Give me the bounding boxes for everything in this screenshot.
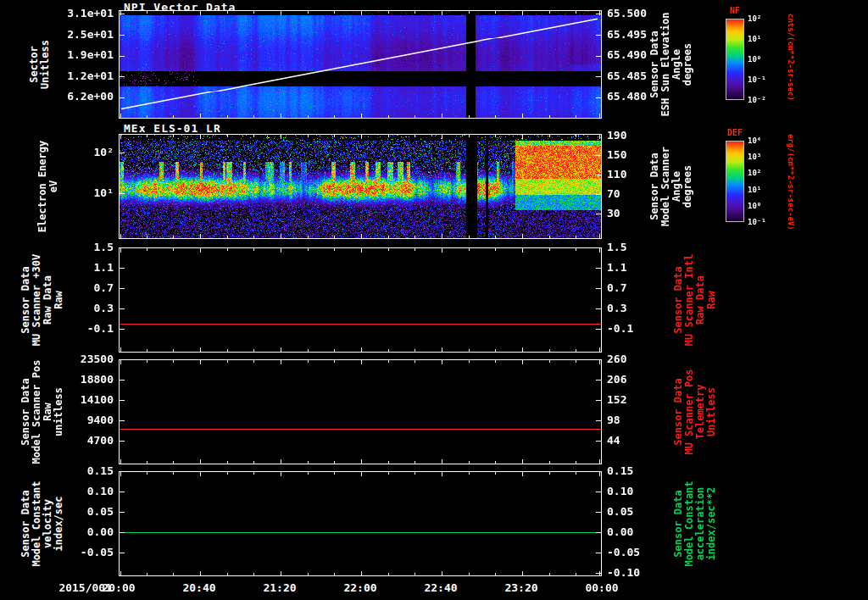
- tick-label: 0.10: [607, 481, 666, 502]
- axis-tick-mark: [120, 441, 125, 442]
- axis-tick-mark: [469, 360, 470, 363]
- tick-label: 2.5e+01: [54, 25, 114, 46]
- x-tick-label: 20:40: [182, 581, 215, 594]
- axis-tick-mark: [599, 459, 600, 464]
- axis-tick-mark: [361, 347, 362, 352]
- axis-tick-mark: [200, 135, 201, 139]
- model-constant-velocity-ticks-left: 0.150.100.050.00-0.05: [54, 461, 114, 563]
- axis-tick-mark: [388, 248, 389, 251]
- axis-tick-mark: [469, 248, 470, 251]
- axis-tick-mark: [253, 236, 254, 238]
- axis-tick-mark: [495, 461, 496, 464]
- model-constant-acceleration-label-right: Sensor Data Model Constant acceleration …: [673, 471, 717, 576]
- axis-tick-mark: [415, 115, 415, 118]
- axis-tick-mark: [549, 135, 550, 137]
- axis-tick-mark: [253, 472, 254, 475]
- tick-label: -0.05: [54, 542, 114, 563]
- axis-tick-mark: [442, 135, 442, 139]
- tick-label: 1.5: [54, 237, 114, 258]
- x-tick-label: 20:00: [102, 581, 135, 594]
- model-constant-velocity-panel: [119, 471, 602, 576]
- axis-tick-mark: [495, 349, 496, 352]
- axis-tick-mark: [120, 492, 125, 492]
- axis-tick-mark: [522, 135, 523, 139]
- panel-title-els: MEx ELS-01 LR: [124, 122, 221, 135]
- colorbar-tick-label: 10⁻¹: [748, 75, 766, 84]
- mu-scanner-30v-ticks-right: 1.51.10.70.3-0.1: [607, 237, 666, 339]
- axis-tick-mark: [576, 248, 576, 251]
- axis-tick-mark: [147, 236, 147, 238]
- axis-tick-mark: [200, 347, 201, 352]
- colorbar-tick-label: 10²: [748, 14, 761, 23]
- axis-tick-mark: [147, 135, 147, 137]
- axis-tick-mark: [281, 135, 281, 139]
- axis-tick-mark: [469, 11, 470, 14]
- axis-tick-mark: [334, 248, 335, 251]
- tick-label: 98: [607, 410, 666, 431]
- tick-label: -0.10: [607, 563, 666, 583]
- axis-tick-mark: [120, 472, 121, 476]
- axis-tick-mark: [361, 135, 362, 139]
- axis-tick-mark: [549, 115, 550, 118]
- axis-tick-mark: [253, 461, 254, 464]
- tick-label: 6.2e+00: [54, 86, 114, 108]
- axis-tick-mark: [227, 11, 228, 14]
- tick-label: 0.00: [607, 522, 666, 542]
- axis-tick-mark: [200, 248, 201, 253]
- axis-tick-mark: [120, 329, 125, 330]
- axis-tick-mark: [596, 35, 601, 36]
- axis-tick-mark: [495, 115, 496, 118]
- axis-tick-mark: [596, 553, 601, 553]
- axis-tick-mark: [596, 441, 601, 442]
- axis-tick-mark: [120, 193, 125, 194]
- axis-tick-mark: [549, 11, 550, 14]
- axis-tick-mark: [576, 461, 576, 464]
- els-y-ticks-left: 10²10¹: [54, 132, 114, 214]
- axis-tick-mark: [596, 420, 601, 421]
- axis-tick-mark: [415, 360, 415, 363]
- tick-label: 0.00: [54, 522, 114, 542]
- axis-tick-mark: [334, 360, 335, 363]
- axis-tick-mark: [308, 135, 309, 137]
- axis-tick-mark: [120, 56, 125, 57]
- axis-tick-mark: [522, 234, 523, 238]
- els-heatmap: [120, 135, 601, 238]
- colorbar-tick-label: 10⁴: [748, 136, 761, 145]
- axis-tick-mark: [308, 472, 309, 475]
- axis-tick-mark: [576, 135, 576, 137]
- axis-tick-mark: [388, 11, 389, 14]
- colorbar-tick-label: 10⁰: [748, 202, 761, 210]
- axis-tick-mark: [495, 135, 496, 137]
- axis-tick-mark: [120, 288, 125, 289]
- tick-label: 0.05: [54, 502, 114, 522]
- axis-tick-mark: [253, 573, 254, 575]
- axis-tick-mark: [469, 472, 470, 475]
- axis-tick-mark: [147, 248, 147, 251]
- axis-tick-mark: [120, 553, 125, 553]
- axis-tick-mark: [576, 236, 576, 238]
- axis-tick-mark: [281, 360, 281, 364]
- axis-tick-mark: [147, 11, 147, 14]
- colorbar-nf-title: NF: [721, 6, 749, 15]
- axis-tick-mark: [596, 512, 601, 513]
- axis-tick-mark: [334, 573, 335, 575]
- axis-tick-mark: [549, 248, 550, 251]
- axis-tick-mark: [173, 236, 174, 238]
- axis-tick-mark: [253, 11, 254, 14]
- axis-tick-mark: [334, 349, 335, 352]
- axis-tick-mark: [334, 11, 335, 14]
- axis-tick-mark: [361, 11, 362, 15]
- axis-tick-mark: [173, 349, 174, 352]
- axis-tick-mark: [200, 459, 201, 464]
- axis-tick-mark: [495, 248, 496, 251]
- axis-tick-mark: [415, 573, 415, 575]
- tick-label: 0.7: [54, 278, 114, 298]
- axis-tick-mark: [227, 135, 228, 137]
- axis-tick-mark: [596, 194, 601, 195]
- axis-tick-mark: [361, 114, 362, 118]
- colorbar-nf-units: cnts/(cm**2-sr-sec): [787, 14, 795, 101]
- axis-tick-mark: [388, 472, 389, 475]
- axis-tick-mark: [253, 360, 254, 363]
- axis-tick-mark: [173, 360, 174, 363]
- colorbar-tick-label: 10⁰: [748, 55, 761, 64]
